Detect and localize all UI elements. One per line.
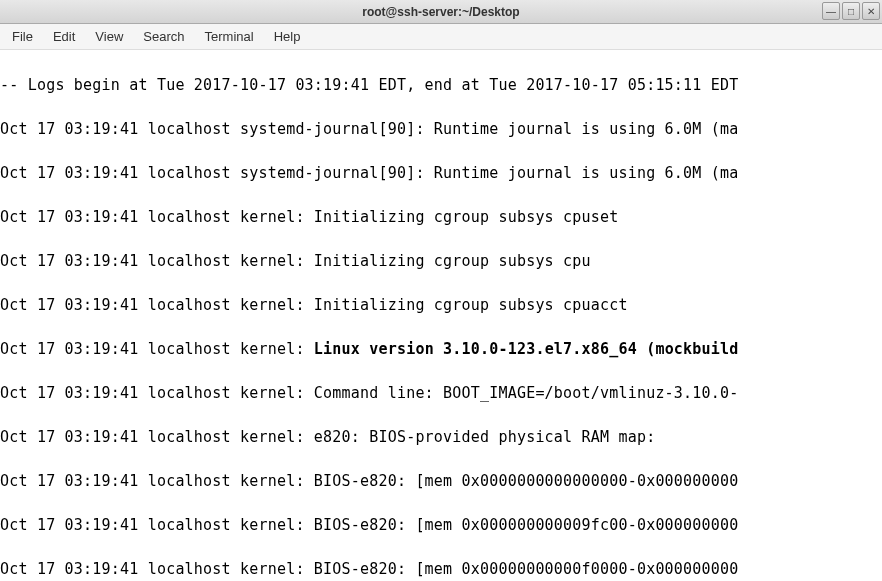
log-line: Oct 17 03:19:41 localhost kernel: e820: … <box>0 426 882 448</box>
log-line: Oct 17 03:19:41 localhost kernel: BIOS-e… <box>0 558 882 580</box>
log-line: Oct 17 03:19:41 localhost kernel: BIOS-e… <box>0 514 882 536</box>
close-button[interactable]: ✕ <box>862 2 880 20</box>
window-title: root@ssh-server:~/Desktop <box>362 5 519 19</box>
log-line: Oct 17 03:19:41 localhost systemd-journa… <box>0 162 882 184</box>
window-controls: — □ ✕ <box>822 2 880 20</box>
minimize-button[interactable]: — <box>822 2 840 20</box>
terminal-output[interactable]: -- Logs begin at Tue 2017-10-17 03:19:41… <box>0 50 882 581</box>
log-line: Oct 17 03:19:41 localhost kernel: BIOS-e… <box>0 470 882 492</box>
maximize-button[interactable]: □ <box>842 2 860 20</box>
log-line: Oct 17 03:19:41 localhost kernel: Linux … <box>0 338 882 360</box>
menu-file[interactable]: File <box>4 27 41 46</box>
log-header: -- Logs begin at Tue 2017-10-17 03:19:41… <box>0 74 882 96</box>
menu-edit[interactable]: Edit <box>45 27 83 46</box>
menu-search[interactable]: Search <box>135 27 192 46</box>
menubar: File Edit View Search Terminal Help <box>0 24 882 50</box>
menu-help[interactable]: Help <box>266 27 309 46</box>
menu-terminal[interactable]: Terminal <box>197 27 262 46</box>
menu-view[interactable]: View <box>87 27 131 46</box>
log-line: Oct 17 03:19:41 localhost kernel: Initia… <box>0 206 882 228</box>
log-line: Oct 17 03:19:41 localhost kernel: Initia… <box>0 250 882 272</box>
log-prefix: Oct 17 03:19:41 localhost kernel: <box>0 340 314 358</box>
log-line: Oct 17 03:19:41 localhost systemd-journa… <box>0 118 882 140</box>
log-line: Oct 17 03:19:41 localhost kernel: Comman… <box>0 382 882 404</box>
log-line: Oct 17 03:19:41 localhost kernel: Initia… <box>0 294 882 316</box>
window-titlebar: root@ssh-server:~/Desktop — □ ✕ <box>0 0 882 24</box>
log-kernel-version: Linux version 3.10.0-123.el7.x86_64 (moc… <box>314 340 739 358</box>
